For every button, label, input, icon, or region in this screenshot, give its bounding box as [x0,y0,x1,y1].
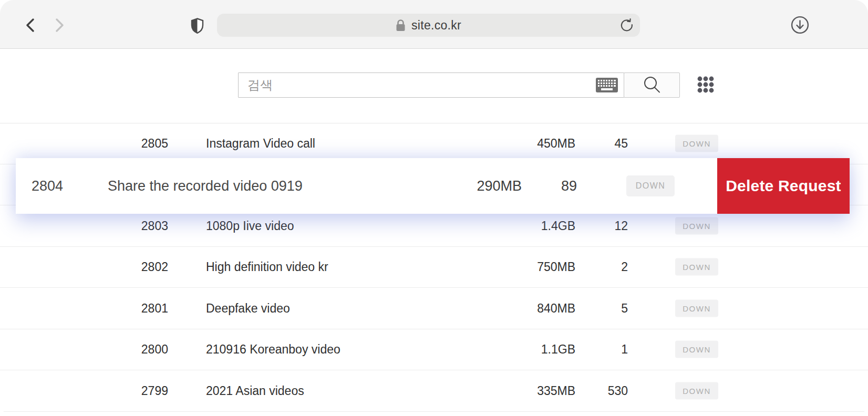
back-icon[interactable] [23,17,38,33]
browser-window: site.co.kr [0,0,868,416]
forward-icon[interactable] [52,17,67,33]
row-size: 1.4GB [491,219,575,233]
search-icon [643,76,662,95]
row-size: 840MB [491,301,575,315]
row-count: 1 [581,342,628,357]
url-text: site.co.kr [411,18,461,33]
selected-row-card[interactable]: 2804 Share the recorded video 0919 290MB… [16,158,717,214]
row-title: Instagram Video call [206,137,315,151]
download-icon[interactable] [790,15,809,34]
delete-request-button[interactable]: Delete Request [717,158,850,214]
download-button[interactable]: DOWN [675,382,718,399]
row-count: 45 [581,137,628,151]
row-count: 530 [581,383,628,398]
row-size: 450MB [491,137,575,151]
download-button[interactable]: DOWN [675,135,718,152]
row-size: 335MB [491,383,575,398]
row-id: 2802 [126,260,168,274]
row-id: 2805 [126,137,168,151]
table-row[interactable]: 2800 210916 Koreanboy video 1.1GB 1 DOWN [0,329,868,371]
privacy-shield-icon[interactable] [190,18,204,34]
row-size: 1.1GB [491,342,575,357]
download-button[interactable]: DOWN [675,258,718,276]
row-title: 1080p Iive video [206,219,294,233]
download-button[interactable]: DOWN [626,175,675,196]
row-id: 2799 [126,383,168,398]
table-row[interactable]: 2799 2021 Asian videos 335MB 530 DOWN [0,370,868,412]
row-size: 750MB [491,260,575,274]
reload-icon[interactable] [620,18,634,32]
row-count: 2 [581,260,628,274]
browser-toolbar: site.co.kr [0,0,868,49]
row-count: 89 [535,178,577,194]
row-count: 5 [581,301,628,315]
search-button[interactable] [624,72,680,98]
download-button[interactable]: DOWN [675,341,718,358]
row-title: 2021 Asian videos [206,383,304,398]
row-title: Share the recorded video 0919 [108,178,303,194]
row-count: 12 [581,219,628,233]
row-title: High definition video kr [206,260,328,274]
apps-grid-icon[interactable] [696,74,715,95]
download-button[interactable]: DOWN [675,299,718,317]
keyboard-icon[interactable] [596,77,619,93]
row-size: 290MB [432,178,522,194]
selected-row[interactable]: 2804 Share the recorded video 0919 290MB… [16,158,850,214]
search-input[interactable] [238,72,624,98]
lock-icon [396,19,406,32]
row-title: Deepfake video [206,301,290,315]
table-row[interactable]: 2802 High definition video kr 750MB 2 DO… [0,247,868,288]
row-id: 2803 [126,219,168,233]
table-row[interactable]: 2801 Deepfake video 840MB 5 DOWN [0,288,868,329]
address-bar[interactable]: site.co.kr [217,14,640,37]
download-button[interactable]: DOWN [675,217,718,234]
row-id: 2804 [26,178,63,194]
row-id: 2800 [126,342,168,357]
row-title: 210916 Koreanboy video [206,342,340,357]
row-id: 2801 [126,301,168,315]
